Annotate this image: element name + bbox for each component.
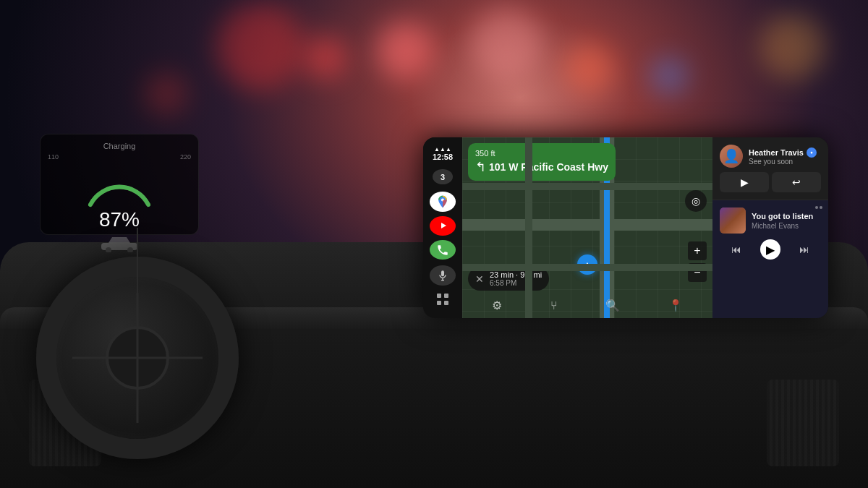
album-art — [720, 207, 746, 234]
sender-name: Heather Travis — [749, 148, 804, 157]
charging-label: Charging — [48, 142, 191, 150]
message-preview: See you soon — [749, 158, 821, 166]
music-title: You got to listen — [752, 211, 813, 221]
messages-badge-icon — [809, 150, 814, 155]
bokeh-light — [470, 7, 542, 80]
youtube-icon — [436, 221, 449, 231]
wheel-spoke-v — [137, 293, 139, 422]
bokeh-light — [651, 58, 687, 94]
youtube-app-icon[interactable] — [430, 216, 456, 236]
close-eta-button[interactable]: ✕ — [475, 273, 484, 285]
bokeh-light — [760, 14, 825, 80]
nav-distance: 350 ft — [475, 149, 608, 158]
album-art-bg — [720, 207, 746, 234]
next-track-button[interactable]: ⏭ — [794, 239, 814, 260]
battery-percent: 87% — [48, 208, 191, 231]
svg-rect-11 — [437, 301, 441, 305]
steering-wheel — [36, 257, 239, 459]
maps-app-icon[interactable] — [430, 192, 456, 211]
speaker-grille-right — [767, 380, 839, 466]
speed-label: 110 — [48, 153, 59, 160]
svg-rect-12 — [444, 301, 448, 305]
dot-2 — [820, 206, 822, 209]
compass-button[interactable]: ◎ — [685, 190, 707, 212]
turn-direction-icon: ↰ — [475, 159, 486, 175]
play-message-button[interactable]: ▶ — [720, 172, 769, 192]
zoom-controls: + − — [688, 241, 707, 282]
map-horizontal-road — [462, 219, 712, 231]
notification-badge[interactable]: 3 — [433, 169, 453, 184]
mic-icon — [437, 268, 448, 283]
bokeh-light — [304, 36, 347, 80]
music-card-header: You got to listen Michael Evans — [720, 207, 821, 234]
right-panel: Heather Travis See you soon ▶ — [712, 137, 828, 318]
bokeh-light — [145, 72, 188, 116]
map-control-bar: ⚙ ⑂ 🔍 📍 — [468, 299, 707, 312]
routes-icon[interactable]: ⑂ — [550, 299, 558, 312]
eta-duration: 23 min · 9.4 mi — [490, 270, 542, 279]
car-silhouette — [48, 234, 191, 255]
message-app-badge — [807, 147, 817, 158]
main-screen: ▲▲▲ 12:58 3 — [423, 137, 828, 318]
map-view[interactable]: 350 ft ↰ 101 W Pacific Coast Hwy ✕ 23 mi… — [462, 137, 712, 318]
eta-arrival-time: 6:58 PM — [490, 279, 542, 287]
music-artist: Michael Evans — [752, 222, 813, 230]
message-actions: ▶ ↩ — [720, 172, 821, 192]
maps-icon — [435, 194, 450, 209]
clock: 12:58 — [433, 153, 453, 162]
places-icon[interactable]: 📍 — [668, 299, 683, 312]
reply-message-button[interactable]: ↩ — [772, 172, 821, 192]
play-pause-button[interactable]: ▶ — [760, 239, 780, 260]
app-grid-icon[interactable] — [430, 290, 456, 309]
message-card: Heather Travis See you soon ▶ — [712, 137, 828, 200]
dot-1 — [815, 206, 818, 209]
grid-icon — [436, 293, 449, 306]
compass-icon: ◎ — [692, 195, 700, 207]
battery-gauge — [83, 165, 156, 208]
microphone-icon[interactable] — [430, 265, 456, 285]
phone-app-icon[interactable] — [430, 240, 456, 260]
sender-avatar — [720, 145, 743, 168]
car-icon — [98, 234, 141, 252]
navigation-card: 350 ft ↰ 101 W Pacific Coast Hwy — [468, 143, 616, 181]
svg-rect-9 — [437, 294, 441, 298]
music-dots — [815, 206, 822, 209]
message-header: Heather Travis See you soon — [720, 145, 821, 168]
status-bar: ▲▲▲ 12:58 — [433, 143, 453, 168]
app-sidebar: ▲▲▲ 12:58 3 — [423, 137, 462, 318]
music-card: You got to listen Michael Evans ⏮ ▶ ⏭ — [712, 200, 828, 318]
signal-icon: ▲▲▲ — [433, 146, 453, 153]
svg-rect-10 — [444, 294, 448, 298]
music-metadata: You got to listen Michael Evans — [752, 211, 813, 229]
map-road-4 — [525, 137, 532, 318]
prev-track-button[interactable]: ⏮ — [726, 239, 746, 260]
bokeh-light — [564, 43, 615, 94]
instrument-cluster: Charging 110 220 87% — [40, 134, 199, 235]
bokeh-light — [376, 22, 434, 80]
search-icon[interactable]: 🔍 — [605, 299, 620, 312]
svg-rect-6 — [441, 270, 444, 276]
bokeh-light — [217, 4, 304, 90]
phone-icon — [436, 244, 449, 257]
settings-icon[interactable]: ⚙ — [492, 299, 502, 312]
speed-label-2: 220 — [180, 153, 191, 160]
zoom-in-button[interactable]: + — [688, 241, 707, 260]
map-road-3 — [462, 264, 712, 271]
map-road-2 — [462, 183, 712, 190]
nav-street: 101 W Pacific Coast Hwy — [489, 161, 608, 174]
message-info: Heather Travis See you soon — [749, 147, 821, 166]
music-controls: ⏮ ▶ ⏭ — [720, 239, 821, 260]
